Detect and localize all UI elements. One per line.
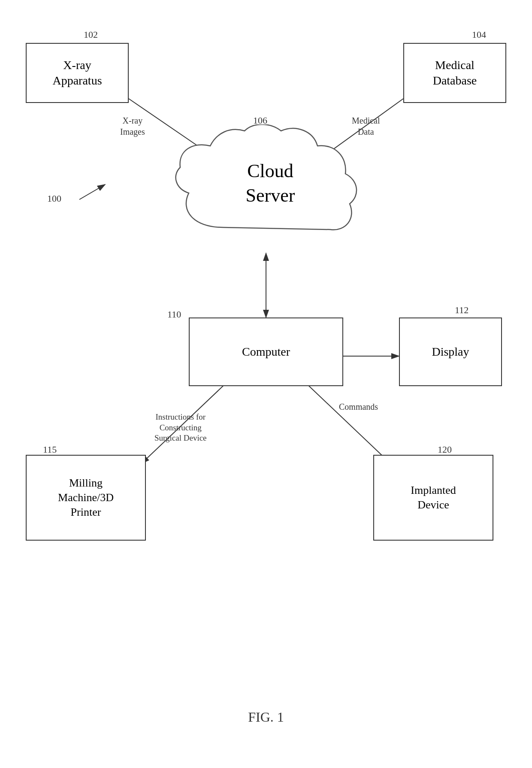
- ref-120: 120: [438, 444, 452, 455]
- medical-database-box: MedicalDatabase: [403, 43, 506, 103]
- ref-112: 112: [455, 305, 469, 316]
- commands-label: Commands: [339, 401, 378, 412]
- svg-line-8: [79, 184, 105, 200]
- medical-data-label: MedicalData: [352, 115, 380, 137]
- ref-106: 106: [253, 115, 267, 126]
- cloud-server-label: CloudServer: [167, 159, 373, 208]
- cloud-server-container: CloudServer: [167, 124, 373, 249]
- milling-machine-label: MillingMachine/3DPrinter: [58, 476, 114, 519]
- implanted-device-label: ImplantedDevice: [411, 483, 456, 512]
- ref-104: 104: [472, 29, 486, 40]
- display-label: Display: [432, 344, 469, 360]
- diagram: X-rayApparatus 102 MedicalDatabase 104 C…: [0, 0, 532, 768]
- medical-database-label: MedicalDatabase: [433, 57, 477, 89]
- display-box: Display: [399, 317, 502, 386]
- xray-apparatus-box: X-rayApparatus: [26, 43, 129, 103]
- computer-label: Computer: [242, 344, 290, 360]
- ref-115: 115: [43, 444, 57, 455]
- figure-label: FIG. 1: [0, 709, 532, 725]
- instructions-label: Instructions forConstructingSurgical Dev…: [154, 412, 207, 444]
- ref-100: 100: [47, 193, 61, 204]
- ref-102: 102: [84, 29, 98, 40]
- svg-line-7: [305, 382, 390, 463]
- computer-box: Computer: [189, 317, 343, 386]
- xray-apparatus-label: X-rayApparatus: [52, 57, 102, 89]
- milling-machine-box: MillingMachine/3DPrinter: [26, 455, 146, 541]
- implanted-device-box: ImplantedDevice: [373, 455, 493, 541]
- xray-images-label: X-rayImages: [120, 115, 145, 137]
- ref-110: 110: [167, 309, 181, 320]
